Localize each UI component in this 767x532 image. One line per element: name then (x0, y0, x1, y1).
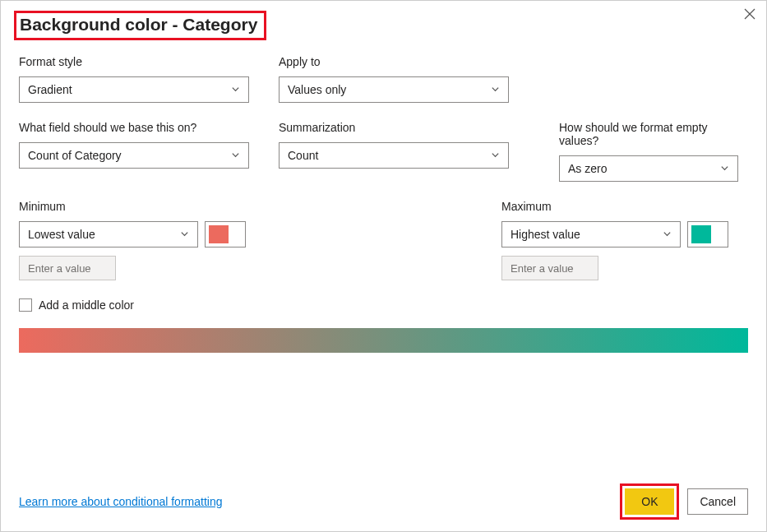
checkbox-box (19, 298, 32, 312)
chevron-down-icon (231, 149, 240, 162)
title-highlight: Background color - Category (14, 11, 266, 40)
maximum-value-input[interactable] (501, 256, 598, 280)
middle-color-label: Add a middle color (39, 298, 134, 312)
close-icon (744, 8, 755, 20)
learn-more-link[interactable]: Learn more about conditional formatting (19, 495, 222, 508)
chevron-down-icon (491, 83, 500, 96)
minimum-label: Minimum (19, 200, 266, 213)
minimum-value: Lowest value (28, 228, 95, 241)
dialog-footer: Learn more about conditional formatting … (19, 483, 748, 520)
minimum-color-swatch (209, 225, 229, 243)
summarization-label: Summarization (279, 121, 509, 134)
gradient-preview (19, 328, 748, 353)
chevron-down-icon (663, 228, 672, 241)
minimum-value-input[interactable] (19, 256, 116, 280)
ok-button[interactable]: OK (625, 488, 674, 515)
apply-to-value: Values only (288, 83, 346, 96)
empty-values-value: As zero (568, 162, 607, 175)
format-style-value: Gradient (28, 83, 72, 96)
apply-to-label: Apply to (279, 55, 509, 68)
format-style-label: Format style (19, 55, 249, 68)
format-style-select[interactable]: Gradient (19, 76, 249, 103)
minimum-select[interactable]: Lowest value (19, 221, 198, 247)
maximum-value: Highest value (511, 228, 580, 241)
middle-color-checkbox[interactable]: Add a middle color (19, 298, 748, 312)
empty-values-label: How should we format empty values? (559, 121, 748, 147)
maximum-select[interactable]: Highest value (501, 221, 681, 247)
ok-highlight: OK (620, 483, 679, 520)
conditional-formatting-dialog: Background color - Category Format style… (0, 0, 767, 532)
dialog-body: Format style Gradient Apply to Values on… (1, 40, 766, 353)
close-button[interactable] (742, 6, 758, 22)
maximum-color-swatch (691, 225, 711, 243)
maximum-label: Maximum (501, 200, 748, 213)
chevron-down-icon (180, 228, 189, 241)
dialog-title: Background color - Category (20, 15, 257, 35)
summarization-value: Count (288, 149, 318, 162)
maximum-color-picker[interactable] (687, 221, 728, 247)
chevron-down-icon (231, 83, 240, 96)
base-field-select[interactable]: Count of Category (19, 142, 249, 169)
base-field-label: What field should we base this on? (19, 121, 249, 134)
apply-to-select[interactable]: Values only (279, 76, 509, 103)
cancel-button[interactable]: Cancel (687, 488, 748, 515)
chevron-down-icon (720, 162, 729, 175)
chevron-down-icon (491, 149, 500, 162)
empty-values-select[interactable]: As zero (559, 155, 738, 182)
summarization-select[interactable]: Count (279, 142, 509, 169)
base-field-value: Count of Category (28, 149, 122, 162)
minimum-color-picker[interactable] (205, 221, 246, 247)
